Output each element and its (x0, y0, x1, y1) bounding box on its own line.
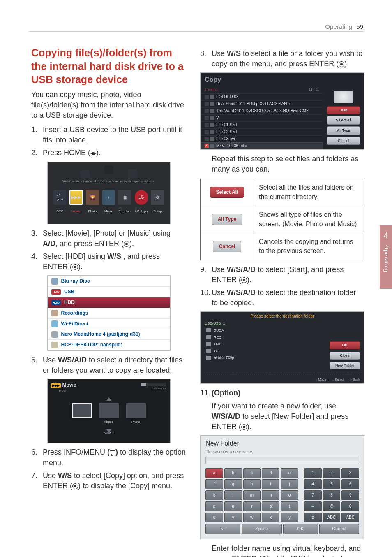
copy-cancel-button[interactable]: Cancel (327, 137, 360, 145)
copy-file-row[interactable]: File 02.SMI (201, 128, 323, 135)
kbd-key[interactable]: a (205, 468, 223, 478)
kbd-key[interactable]: l (224, 490, 242, 500)
kbd-key[interactable]: 9 (341, 490, 359, 500)
device-row-nero[interactable]: Nero MediaHome 4 (jaeiljang-d31) (48, 329, 170, 340)
checkbox-icon[interactable] (205, 123, 209, 127)
copy-file-row[interactable]: File 01.SMI (201, 121, 323, 128)
kbd-key[interactable]: 3 (341, 468, 359, 478)
kbd-key[interactable]: o (281, 490, 298, 500)
dest-folder-row[interactable]: REC (201, 334, 364, 341)
kbd-key[interactable]: 2 (323, 468, 341, 478)
checkbox-icon[interactable] (205, 102, 209, 106)
thumb-movie[interactable] (72, 403, 92, 418)
tile-music[interactable]: ♪ (102, 190, 115, 205)
chevron-down-icon[interactable] (106, 429, 111, 433)
kbd-key[interactable]: s (262, 501, 279, 511)
checkbox-icon[interactable] (205, 130, 209, 134)
copy-selectall-button[interactable]: Select All (327, 116, 360, 125)
copy-page: 11 / 11 (309, 87, 319, 92)
kbd-key[interactable]: v (224, 513, 242, 522)
checkbox-icon[interactable] (205, 144, 209, 148)
kbd-key[interactable]: n (262, 490, 279, 500)
kbd-key[interactable]: p (205, 501, 223, 511)
kbd-key[interactable]: z (304, 513, 322, 522)
copy-file-row[interactable]: The.Ward.2011.DVDSCR.XviD.AC3.HQ.Hive-CM… (201, 107, 323, 114)
kbd-key[interactable]: ABC (323, 513, 341, 522)
file-icon (210, 130, 214, 134)
kbd-back-button[interactable]: <– (205, 524, 240, 534)
kbd-key[interactable]: q (224, 501, 242, 511)
copy-file-row[interactable]: Real Steel 2011 BRRip XviD AC3-SANTi (201, 100, 323, 107)
opt-alltype-button[interactable]: All Type (212, 214, 243, 225)
checkbox-icon[interactable] (205, 95, 209, 99)
kbd-key[interactable]: 4 (304, 479, 322, 489)
dest-ok-button[interactable]: OK (330, 341, 360, 349)
kbd-key[interactable]: x (262, 513, 279, 522)
kbd-key[interactable]: t (281, 501, 298, 511)
dest-newfolder-button[interactable]: New Folder (330, 362, 360, 370)
copy-start-button[interactable]: Start (327, 106, 360, 115)
tile-photo[interactable]: 🌄 (86, 190, 99, 205)
udlr-icon: W/S/A/D (212, 412, 240, 420)
file-icon (210, 144, 214, 148)
kbd-key[interactable]: j (281, 479, 298, 489)
device-row-recordings[interactable]: Recordings (48, 308, 170, 319)
thumb-music[interactable] (99, 403, 119, 418)
kbd-key[interactable]: f (205, 479, 223, 489)
kbd-key[interactable]: b (224, 468, 242, 478)
kbd-key[interactable]: 6 (341, 479, 359, 489)
kbd-key[interactable]: u (205, 513, 223, 522)
kbd-key[interactable]: h (243, 479, 261, 489)
kbd-key[interactable]: m (243, 490, 261, 500)
kbd-key[interactable]: 0 (341, 501, 359, 511)
kbd-key[interactable]: r (243, 501, 261, 511)
tile-movie[interactable]: ▶▶▶ (69, 190, 83, 205)
device-row-hcb[interactable]: HCB-DESKTOP: hanspud: (48, 340, 170, 350)
opt-selectall-button[interactable]: Select All (210, 187, 244, 198)
kbd-key[interactable]: c (243, 468, 261, 478)
kbd-key[interactable]: y (281, 513, 298, 522)
copy-alltype-button[interactable]: All Type (327, 126, 360, 135)
checkbox-icon[interactable] (205, 137, 209, 141)
wifi-icon (51, 320, 58, 327)
tile-premium[interactable]: ▦ (118, 190, 131, 205)
step-4: Select [HDD] using W/S , and press ENTER… (31, 251, 186, 272)
copy-file-row[interactable]: M4V_10236.mkv (201, 142, 323, 149)
kbd-key[interactable]: d (262, 468, 279, 478)
kbd-input[interactable] (205, 457, 359, 464)
kbd-key[interactable]: 5 (323, 479, 341, 489)
kbd-key[interactable]: w (243, 513, 261, 522)
dest-folder-row[interactable]: BUDA (201, 327, 364, 334)
device-row-usb[interactable]: HDDUSB (48, 287, 170, 297)
kbd-key[interactable]: ABC (341, 513, 359, 522)
section-label: Operating (325, 23, 352, 30)
tile-dtv[interactable]: 27DTV (53, 190, 67, 205)
tile-setup[interactable]: ⚙ (151, 190, 164, 205)
kbd-key[interactable]: 7 (304, 490, 322, 500)
kbd-key[interactable]: 1 (304, 468, 322, 478)
kbd-key[interactable]: e (281, 468, 298, 478)
kbd-key[interactable]: i (262, 479, 279, 489)
thumb-photo[interactable] (126, 403, 146, 418)
opt-selectall-desc: Select all the files and folders on the … (254, 179, 363, 206)
kbd-key[interactable]: 8 (323, 490, 341, 500)
tile-lg-apps[interactable]: LG (135, 190, 148, 205)
device-row-bluray[interactable]: Blu-ray Disc (48, 276, 170, 287)
kbd-space-button[interactable]: Space (242, 524, 281, 534)
copy-file-row[interactable]: V (201, 114, 323, 121)
kbd-ok-button[interactable]: OK (283, 524, 318, 534)
dest-close-button[interactable]: Close (330, 352, 360, 360)
kbd-key[interactable]: k (205, 490, 223, 500)
copy-file-row[interactable]: FOLDER 03 (201, 93, 323, 100)
device-row-wifi[interactable]: Wi-Fi Direct (48, 319, 170, 330)
kbd-key[interactable]: @ (323, 501, 341, 511)
kbd-key[interactable]: – (304, 501, 322, 511)
kbd-key[interactable]: g (224, 479, 242, 489)
device-row-hdd[interactable]: HDDHDD (48, 297, 170, 308)
copy-file-row[interactable]: File 03.avi (201, 135, 323, 142)
opt-cancel-button[interactable]: Cancel (213, 241, 241, 252)
checkbox-icon[interactable] (205, 109, 209, 113)
chevron-up-icon[interactable] (106, 397, 111, 401)
kbd-cancel-button[interactable]: Cancel (319, 524, 359, 534)
checkbox-icon[interactable] (205, 116, 209, 120)
